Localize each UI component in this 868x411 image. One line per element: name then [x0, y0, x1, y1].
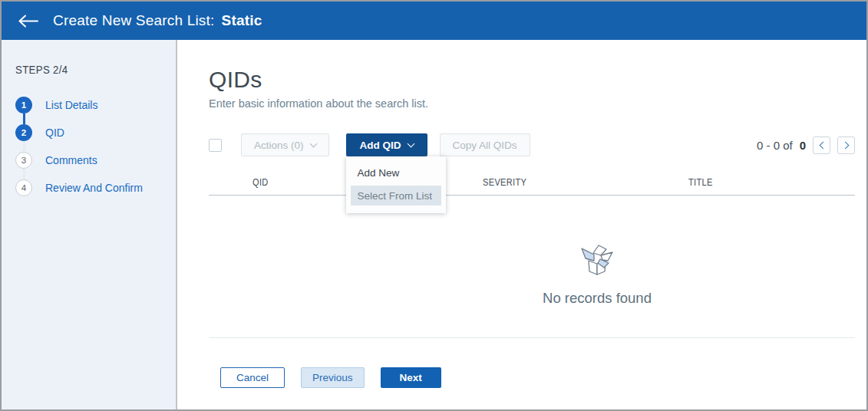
next-button[interactable]: Next [381, 367, 441, 388]
step-number-badge: 4 [15, 179, 32, 196]
step-number-badge: 1 [15, 97, 32, 113]
chevron-down-icon [309, 140, 317, 147]
column-header-qid: QID [252, 177, 269, 188]
page-title: QIDs [209, 67, 855, 93]
menu-item-add-new[interactable]: Add New [346, 162, 446, 184]
footer-divider [209, 337, 855, 338]
qid-table-header: QID SEVERITY TITLE [209, 177, 855, 196]
step-label: QID [45, 127, 64, 139]
step-item-list-details[interactable]: 1 List Details [15, 97, 176, 113]
pagination: 0 - 0 of 0 [757, 136, 855, 154]
step-item-review-and-confirm[interactable]: 4 Review And Confirm [15, 179, 176, 196]
previous-button[interactable]: Previous [301, 367, 365, 388]
actions-button-label: Actions (0) [254, 140, 304, 151]
pagination-total: 0 [800, 139, 806, 152]
chevron-left-icon [819, 141, 827, 149]
back-arrow-icon[interactable] [18, 15, 38, 28]
step-number-badge: 3 [15, 152, 32, 169]
add-qid-button[interactable]: Add QID [346, 133, 427, 156]
add-qid-dropdown-menu: Add New Select From List [346, 156, 446, 213]
select-all-checkbox[interactable] [209, 139, 222, 152]
steps-sidebar: STEPS 2/4 1 List Details 2 QID 3 Comment… [2, 40, 177, 409]
empty-state: No records found [274, 242, 868, 307]
copy-all-qids-label: Copy All QIDs [453, 140, 517, 151]
step-label: Review And Confirm [45, 182, 143, 194]
header-title-emphasis: Static [222, 12, 262, 28]
cancel-button[interactable]: Cancel [220, 367, 285, 388]
step-number-badge: 2 [15, 124, 32, 141]
pagination-range-text: 0 - 0 of [757, 139, 793, 152]
step-connector [23, 113, 25, 124]
pagination-prev-button[interactable] [813, 136, 830, 154]
steps-progress-label: STEPS 2/4 [15, 63, 68, 76]
step-label: Comments [45, 154, 97, 166]
column-header-title: TITLE [688, 177, 713, 188]
chevron-right-icon [841, 141, 849, 149]
wizard-footer: Cancel Previous Next [209, 367, 855, 388]
chevron-down-icon [407, 140, 414, 147]
app-header: Create New Search List:Static [2, 2, 866, 40]
page-header-title: Create New Search List:Static [53, 12, 262, 29]
step-item-qid[interactable]: 2 QID [15, 124, 176, 141]
step-label: List Details [45, 99, 97, 111]
step-item-comments[interactable]: 3 Comments [15, 152, 176, 169]
actions-button[interactable]: Actions (0) [241, 133, 329, 156]
copy-all-qids-button[interactable]: Copy All QIDs [440, 133, 530, 156]
step-connector [23, 141, 25, 152]
empty-state-message: No records found [274, 290, 868, 307]
wizard-stepper: 1 List Details 2 QID 3 Comments 4 Review… [15, 97, 176, 196]
page-subtitle: Enter basic information about the search… [209, 97, 855, 110]
add-qid-button-label: Add QID [360, 140, 401, 151]
create-search-list-window: Create New Search List:Static STEPS 2/4 … [0, 0, 868, 411]
step-connector [23, 169, 25, 179]
menu-item-select-from-list[interactable]: Select From List [351, 186, 441, 206]
qid-toolbar: Actions (0) Add QID Add New Select From … [209, 133, 855, 156]
pagination-next-button[interactable] [837, 136, 855, 154]
column-header-severity: SEVERITY [483, 177, 526, 188]
main-content: QIDs Enter basic information about the s… [177, 40, 866, 409]
header-title-prefix: Create New Search List: [53, 12, 215, 28]
add-qid-wrap: Add QID Add New Select From List [346, 133, 427, 156]
empty-box-icon [576, 242, 618, 278]
